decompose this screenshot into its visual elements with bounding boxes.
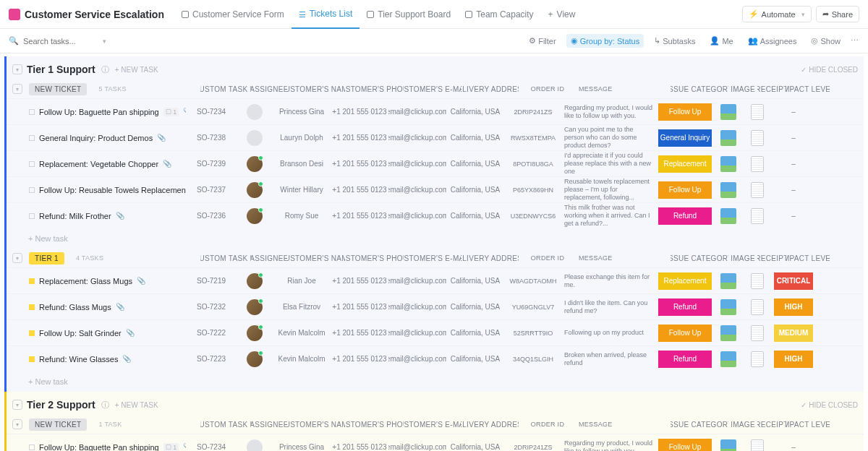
attachment-icon[interactable]: 📎 [126,329,135,337]
me-button[interactable]: 👤Me [705,34,737,48]
image-thumbnail[interactable] [720,104,736,120]
task-row[interactable]: Replacement: Glass Mugs 📎 SO-7219 Rian J… [7,267,864,293]
task-name[interactable]: Follow Up: Salt Grinder [39,329,122,338]
receipt-thumbnail[interactable] [751,325,764,341]
subtask-badge[interactable]: ☐ 1 [163,443,179,452]
group-by-button[interactable]: ◉Group by: Status [566,34,644,48]
attachment-icon[interactable]: 📎 [116,303,124,311]
collapse-toggle[interactable]: ▾ [12,84,22,94]
issue-category-badge[interactable]: Refund [658,207,712,225]
receipt-thumbnail[interactable] [751,104,764,120]
task-name[interactable]: Refund: Milk Frother [39,212,111,220]
image-thumbnail[interactable] [720,273,736,289]
attachment-icon[interactable]: 📎 [163,160,171,168]
share-button[interactable]: ➦Share [816,6,859,22]
task-name[interactable]: Follow Up: Reusable Towels Replacement [39,186,186,194]
collapse-toggle[interactable]: ▾ [12,64,22,74]
task-name[interactable]: Replacement: Glass Mugs [39,277,132,285]
status-square[interactable] [29,278,35,284]
image-thumbnail[interactable] [720,299,736,315]
filter-button[interactable]: ⚙Filter [524,34,560,48]
issue-category-badge[interactable]: General Inquiry [658,129,712,147]
new-task-link[interactable]: + NEW TASK [115,66,158,74]
search-input[interactable] [23,37,95,46]
assignee-avatar[interactable] [247,208,263,224]
hide-closed-toggle[interactable]: ✓ HIDE CLOSED [801,401,858,409]
status-pill[interactable]: NEW TICKET [29,83,87,95]
image-thumbnail[interactable] [720,439,736,452]
image-thumbnail[interactable] [720,351,736,367]
task-name[interactable]: Follow Up: Baguette Pan shipping [39,108,159,116]
task-name[interactable]: Follow Up: Baguette Pan shipping [39,443,159,452]
tab-add-view[interactable]: +View [541,0,583,29]
task-name[interactable]: Refund: Glass Mugs [39,303,111,312]
status-square[interactable] [29,135,35,141]
search-field[interactable]: 🔍 ▾ [9,36,110,46]
task-row[interactable]: Follow Up: Baguette Pan shipping ☐ 1 📎 S… [7,434,864,451]
hide-closed-toggle[interactable]: ✓ HIDE CLOSED [801,66,858,74]
new-task-row[interactable]: + New task [7,371,864,392]
task-row[interactable]: Follow Up: Salt Grinder 📎 SO-7222 Kevin … [7,319,864,345]
receipt-thumbnail[interactable] [751,208,764,224]
new-task-row[interactable]: + New task [7,228,864,249]
task-row[interactable]: Refund: Milk Frother 📎 SO-7236 Romy Sue … [7,202,864,228]
image-thumbnail[interactable] [720,156,736,172]
assignee-avatar[interactable] [247,299,263,315]
receipt-thumbnail[interactable] [751,439,764,452]
info-icon[interactable]: ⓘ [101,64,109,75]
receipt-thumbnail[interactable] [751,130,764,146]
receipt-thumbnail[interactable] [751,299,764,315]
collapse-toggle[interactable]: ▾ [12,253,22,263]
status-square[interactable] [29,330,35,336]
assignee-avatar[interactable] [247,130,263,146]
receipt-thumbnail[interactable] [751,182,764,198]
attachment-icon[interactable]: 📎 [116,212,124,220]
task-row[interactable]: Refund: Wine Glasses 📎 SO-7223 Kevin Mal… [7,345,864,371]
attachment-icon[interactable]: 📎 [122,355,131,363]
assignee-avatar[interactable] [247,439,263,452]
info-icon[interactable]: ⓘ [101,400,109,411]
status-pill[interactable]: NEW TICKET [29,418,87,431]
issue-category-badge[interactable]: Replacement [658,155,712,173]
new-task-link[interactable]: + NEW TASK [115,401,158,409]
issue-category-badge[interactable]: Follow Up [658,103,712,121]
issue-category-badge[interactable]: Refund [658,298,712,316]
status-square[interactable] [29,213,35,219]
issue-category-badge[interactable]: Follow Up [658,325,712,342]
receipt-thumbnail[interactable] [751,156,764,172]
attachment-icon[interactable]: 📎 [137,277,145,285]
show-button[interactable]: ◎Show [807,34,845,48]
task-row[interactable]: General Inquiry: Product Demos 📎 SO-7238… [7,124,864,150]
assignee-avatar[interactable] [247,182,263,198]
issue-category-badge[interactable]: Replacement [658,272,712,290]
image-thumbnail[interactable] [720,130,736,146]
image-thumbnail[interactable] [720,325,736,341]
assignees-button[interactable]: 👥Assignees [744,34,801,48]
issue-category-badge[interactable]: Follow Up [658,181,712,199]
subtasks-button[interactable]: ↳Subtasks [650,34,699,48]
status-square[interactable] [29,304,35,310]
issue-category-badge[interactable]: Refund [658,351,712,368]
assignee-avatar[interactable] [247,325,263,341]
chevron-down-icon[interactable]: ▾ [103,38,106,45]
assignee-avatar[interactable] [247,351,263,367]
assignee-avatar[interactable] [247,273,263,289]
task-name[interactable]: General Inquiry: Product Demos [39,134,153,142]
automate-button[interactable]: ⚡Automate▾ [742,6,812,22]
assignee-avatar[interactable] [247,104,263,120]
assignee-avatar[interactable] [247,156,263,172]
task-name[interactable]: Refund: Wine Glasses [39,355,118,364]
tab-tier-support-board[interactable]: Tier Support Board [359,0,458,29]
attachment-icon[interactable]: 📎 [157,134,166,142]
task-row[interactable]: Follow Up: Baguette Pan shipping ☐ 1 📎 S… [7,98,864,124]
image-thumbnail[interactable] [720,182,736,198]
task-row[interactable]: Replacement: Vegetable Chopper 📎 SO-7239… [7,150,864,176]
status-square[interactable] [29,109,35,115]
collapse-toggle[interactable]: ▾ [12,400,22,410]
status-square[interactable] [29,161,35,167]
collapse-toggle[interactable]: ▾ [12,419,22,429]
image-thumbnail[interactable] [720,208,736,224]
tab-team-capacity[interactable]: Team Capacity [458,0,540,29]
task-row[interactable]: Refund: Glass Mugs 📎 SO-7232 Elsa Fitzro… [7,293,864,319]
issue-category-badge[interactable]: Follow Up [658,439,712,452]
